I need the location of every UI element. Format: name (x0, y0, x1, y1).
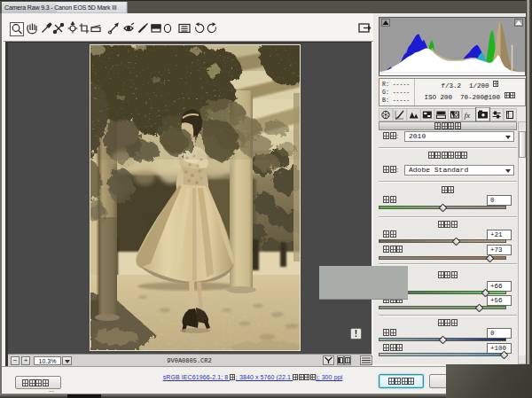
svg-text:fx: fx (465, 111, 471, 120)
